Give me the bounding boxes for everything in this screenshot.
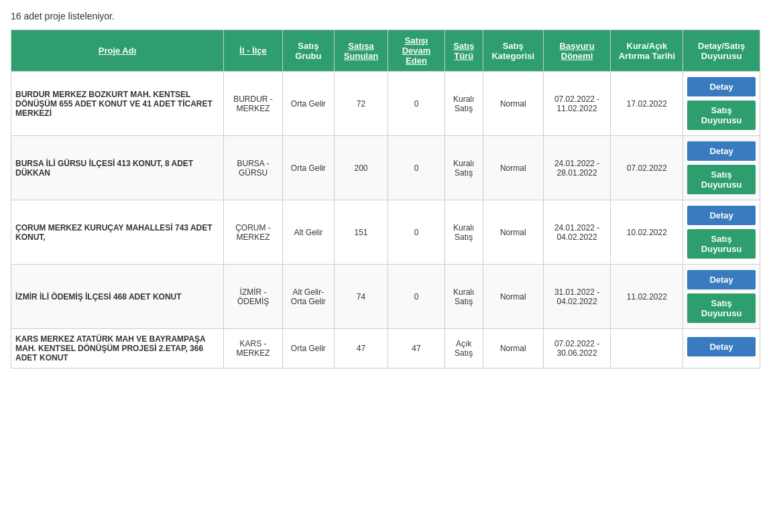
cell-satisa-sunulan: 200 bbox=[334, 136, 388, 200]
col-proje-adi-label[interactable]: Proje Adı bbox=[99, 46, 137, 56]
cell-il-ilce: KARS - MERKEZ bbox=[224, 329, 283, 369]
cell-satis-grubu: Orta Gelir bbox=[283, 136, 335, 200]
col-kura-tarihi: Kura/Açık Artırma Tarihi bbox=[611, 30, 683, 72]
col-satis-kategorisi-label: Satış Kategorisi bbox=[491, 41, 534, 61]
cell-proje-adi: BURSA İLİ GÜRSU İLÇESİ 413 KONUT, 8 ADET… bbox=[11, 136, 224, 200]
col-il-ilce: İl - İlçe bbox=[224, 30, 283, 72]
cell-basvuru-donemi: 24.01.2022 - 28.01.2022 bbox=[543, 136, 611, 200]
table-row: KARS MERKEZ ATATÜRK MAH VE BAYRAMPAŞA MA… bbox=[11, 329, 760, 369]
cell-satisi-devam: 0 bbox=[388, 200, 444, 265]
col-satis-kategorisi: Satış Kategorisi bbox=[483, 30, 543, 72]
col-kura-tarihi-label: Kura/Açık Artırma Tarihi bbox=[619, 41, 675, 61]
detay-button[interactable]: Detay bbox=[687, 206, 756, 225]
cell-proje-adi: BURDUR MERKEZ BOZKURT MAH. KENTSEL DÖNÜŞ… bbox=[11, 72, 224, 136]
cell-satisi-devam: 0 bbox=[388, 72, 444, 136]
col-il-ilce-label[interactable]: İl - İlçe bbox=[239, 46, 266, 56]
satis-duyurusu-button[interactable]: Satış Duyurusu bbox=[687, 229, 756, 259]
page-title: 16 adet proje listeleniyor. bbox=[11, 11, 760, 21]
cell-basvuru-donemi: 31.01.2022 - 04.02.2022 bbox=[543, 265, 611, 329]
cell-kura-tarihi: 17.02.2022 bbox=[611, 72, 683, 136]
cell-satis-kategorisi: Normal bbox=[483, 136, 543, 200]
satis-duyurusu-button[interactable]: Satış Duyurusu bbox=[687, 165, 756, 194]
cell-actions: DetaySatış Duyurusu bbox=[683, 200, 760, 265]
detay-button[interactable]: Detay bbox=[687, 141, 756, 161]
cell-satis-turu: Kuralı Satış bbox=[444, 265, 483, 329]
cell-il-ilce: ÇORUM - MERKEZ bbox=[224, 200, 283, 265]
satis-duyurusu-button[interactable]: Satış Duyurusu bbox=[687, 293, 756, 323]
cell-satisa-sunulan: 72 bbox=[334, 72, 388, 136]
table-row: İZMİR İLİ ÖDEMİŞ İLÇESİ 468 ADET KONUTİZ… bbox=[11, 265, 760, 329]
cell-satis-turu: Kuralı Satış bbox=[444, 72, 483, 136]
projects-table: Proje Adı İl - İlçe Satış Grubu Satışa S… bbox=[11, 29, 760, 369]
col-satis-turu: Satış Türü bbox=[444, 30, 483, 72]
cell-satis-kategorisi: Normal bbox=[483, 265, 543, 329]
cell-satis-grubu: Alt Gelir bbox=[283, 200, 335, 265]
col-satisi-devam-label[interactable]: Satışı Devam Eden bbox=[402, 36, 431, 66]
cell-basvuru-donemi: 07.02.2022 - 30.06.2022 bbox=[543, 329, 611, 369]
col-detay-satis-label: Detay/Satış Duyurusu bbox=[698, 41, 745, 61]
col-satis-grubu-label: Satış Grubu bbox=[295, 41, 321, 61]
cell-satisi-devam: 0 bbox=[388, 265, 444, 329]
cell-kura-tarihi: 11.02.2022 bbox=[611, 265, 683, 329]
col-satisi-devam: Satışı Devam Eden bbox=[388, 30, 444, 72]
cell-satis-turu: Açık Satış bbox=[444, 329, 483, 369]
cell-satis-kategorisi: Normal bbox=[483, 200, 543, 265]
cell-satis-grubu: Orta Gelir bbox=[283, 72, 335, 136]
cell-satis-kategorisi: Normal bbox=[483, 72, 543, 136]
cell-satis-grubu: Orta Gelir bbox=[283, 329, 335, 369]
cell-satis-turu: Kuralı Satış bbox=[444, 200, 483, 265]
table-row: BURDUR MERKEZ BOZKURT MAH. KENTSEL DÖNÜŞ… bbox=[11, 72, 760, 136]
cell-satis-kategorisi: Normal bbox=[483, 329, 543, 369]
col-satis-turu-label[interactable]: Satış Türü bbox=[453, 41, 474, 61]
table-row: ÇORUM MERKEZ KURUÇAY MAHALLESİ 743 ADET … bbox=[11, 200, 760, 265]
cell-satis-turu: Kuralı Satış bbox=[444, 136, 483, 200]
col-basvuru-donemi-label[interactable]: Başvuru Dönemi bbox=[560, 41, 595, 61]
cell-il-ilce: BURSA - GÜRSU bbox=[224, 136, 283, 200]
cell-satis-grubu: Alt Gelir- Orta Gelir bbox=[283, 265, 335, 329]
col-proje-adi: Proje Adı bbox=[11, 30, 224, 72]
detay-button[interactable]: Detay bbox=[687, 270, 756, 289]
cell-actions: DetaySatış Duyurusu bbox=[683, 72, 760, 136]
cell-kura-tarihi: 10.02.2022 bbox=[611, 200, 683, 265]
cell-actions: DetaySatış Duyurusu bbox=[683, 265, 760, 329]
cell-kura-tarihi bbox=[611, 329, 683, 369]
col-satis-grubu: Satış Grubu bbox=[283, 30, 335, 72]
cell-satisa-sunulan: 74 bbox=[334, 265, 388, 329]
cell-actions: Detay bbox=[683, 329, 760, 369]
cell-proje-adi: KARS MERKEZ ATATÜRK MAH VE BAYRAMPAŞA MA… bbox=[11, 329, 224, 369]
cell-basvuru-donemi: 07.02.2022 - 11.02.2022 bbox=[543, 72, 611, 136]
detay-button[interactable]: Detay bbox=[687, 77, 756, 96]
satis-duyurusu-button[interactable]: Satış Duyurusu bbox=[687, 101, 756, 130]
cell-il-ilce: İZMİR - ÖDEMİŞ bbox=[224, 265, 283, 329]
table-row: BURSA İLİ GÜRSU İLÇESİ 413 KONUT, 8 ADET… bbox=[11, 136, 760, 200]
detay-button[interactable]: Detay bbox=[687, 337, 756, 356]
cell-satisi-devam: 0 bbox=[388, 136, 444, 200]
col-basvuru-donemi: Başvuru Dönemi bbox=[543, 30, 611, 72]
col-detay-satis: Detay/Satış Duyurusu bbox=[683, 30, 760, 72]
cell-il-ilce: BURDUR - MERKEZ bbox=[224, 72, 283, 136]
col-satisa-sunulan: Satışa Sunulan bbox=[334, 30, 388, 72]
cell-kura-tarihi: 07.02.2022 bbox=[611, 136, 683, 200]
col-satisa-sunulan-label[interactable]: Satışa Sunulan bbox=[344, 41, 378, 61]
cell-proje-adi: İZMİR İLİ ÖDEMİŞ İLÇESİ 468 ADET KONUT bbox=[11, 265, 224, 329]
table-header-row: Proje Adı İl - İlçe Satış Grubu Satışa S… bbox=[11, 30, 760, 72]
cell-satisa-sunulan: 151 bbox=[334, 200, 388, 265]
cell-proje-adi: ÇORUM MERKEZ KURUÇAY MAHALLESİ 743 ADET … bbox=[11, 200, 224, 265]
cell-basvuru-donemi: 24.01.2022 - 04.02.2022 bbox=[543, 200, 611, 265]
cell-satisa-sunulan: 47 bbox=[334, 329, 388, 369]
cell-actions: DetaySatış Duyurusu bbox=[683, 136, 760, 200]
cell-satisi-devam: 47 bbox=[388, 329, 444, 369]
